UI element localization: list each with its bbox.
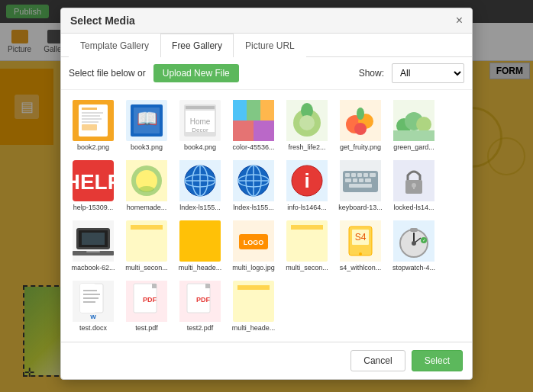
svg-rect-82: [86, 251, 100, 252]
show-label: Show:: [359, 68, 384, 79]
svg-rect-66: [363, 173, 368, 177]
file-thumbnail: PDF: [179, 281, 221, 322]
file-thumbnail: HomeDecor: [179, 100, 221, 141]
svg-rect-69: [353, 178, 357, 182]
file-thumbnail: ✓: [393, 220, 434, 262]
file-thumbnail: S4: [340, 220, 381, 262]
file-item[interactable]: lndex-ls155...: [174, 156, 226, 215]
file-thumbnail: HELP: [73, 160, 114, 201]
file-thumbnail: [286, 220, 328, 262]
svg-text:Home: Home: [190, 117, 211, 126]
select-button[interactable]: Select: [412, 350, 463, 371]
modal-close-button[interactable]: ×: [456, 14, 463, 27]
file-grid-wrapper: book2.png📖book3.pngHomeDecorbook4.pngcol…: [61, 90, 472, 342]
file-item[interactable]: macbook-62...: [67, 217, 119, 275]
file-item[interactable]: multi_heade...: [228, 277, 279, 336]
file-item[interactable]: keyboard-13...: [334, 156, 386, 215]
file-item[interactable]: Wtest.docx: [67, 277, 119, 336]
svg-rect-65: [357, 173, 362, 177]
file-item[interactable]: multi_heade...: [174, 217, 226, 275]
file-item[interactable]: fresh_life2...: [281, 96, 333, 155]
svg-rect-7: [82, 118, 102, 120]
tab-free-gallery[interactable]: Free Gallery: [160, 34, 234, 57]
svg-rect-39: [393, 130, 434, 141]
svg-text:LOGO: LOGO: [244, 239, 264, 246]
file-thumbnail: [286, 100, 328, 141]
file-thumbnail: [233, 160, 274, 201]
file-item[interactable]: lndex-ls155...: [228, 156, 279, 215]
file-name-label: multi_heade...: [179, 264, 222, 272]
file-thumbnail: [233, 281, 274, 322]
modal-toolbar: Select file below or Upload New File Sho…: [61, 57, 472, 90]
svg-rect-107: [83, 290, 97, 291]
show-select[interactable]: All Images Documents: [392, 63, 464, 83]
file-item[interactable]: locked-ls14...: [388, 156, 440, 215]
file-item[interactable]: color-45536...: [228, 96, 279, 155]
file-name-label: stopwatch-4...: [392, 264, 435, 272]
svg-rect-9: [82, 124, 97, 130]
tab-picture-url[interactable]: Picture URL: [234, 34, 306, 57]
svg-rect-68: [345, 178, 351, 182]
select-media-modal: Select Media × Template Gallery Free Gal…: [60, 8, 473, 380]
file-item[interactable]: PDFtest.pdf: [121, 277, 173, 336]
svg-rect-25: [254, 120, 274, 141]
modal-footer: Cancel Select: [61, 342, 472, 379]
svg-point-101: [412, 241, 416, 246]
file-item[interactable]: multi_secon...: [121, 217, 173, 275]
svg-text:Decor: Decor: [192, 127, 208, 133]
file-item[interactable]: ✓stopwatch-4...: [388, 217, 440, 275]
svg-text:PDF: PDF: [143, 296, 157, 304]
svg-point-33: [354, 123, 367, 135]
modal-tabs: Template Gallery Free Gallery Picture UR…: [61, 34, 472, 57]
file-thumbnail: [233, 100, 274, 141]
svg-rect-109: [83, 297, 99, 299]
modal-overlay: Select Media × Template Gallery Free Gal…: [0, 0, 533, 392]
file-name-label: locked-ls14...: [393, 204, 434, 211]
modal-title: Select Media: [70, 14, 135, 27]
file-name-label: get_fruity.png: [340, 143, 381, 151]
svg-point-38: [416, 117, 431, 132]
svg-rect-110: [83, 301, 95, 303]
tab-template-gallery[interactable]: Template Gallery: [69, 34, 160, 57]
svg-text:W: W: [90, 313, 96, 320]
file-thumbnail: 📖: [126, 100, 167, 141]
file-name-label: fresh_life2...: [288, 143, 325, 151]
svg-rect-23: [260, 100, 274, 120]
file-thumbnail: [73, 100, 114, 141]
file-item[interactable]: LOGOmulti_logo.jpg: [228, 217, 279, 275]
file-name-label: multi_heade...: [232, 324, 276, 332]
file-name-label: multi_secon...: [286, 264, 328, 272]
svg-rect-4: [82, 108, 97, 110]
svg-text:HELP: HELP: [73, 170, 114, 194]
file-name-label: s4_withlcon...: [340, 264, 382, 272]
file-item[interactable]: HELPhelp-15309...: [67, 156, 119, 215]
file-name-label: green_gard...: [393, 143, 434, 151]
file-item[interactable]: 📖book3.png: [121, 96, 173, 155]
svg-rect-21: [233, 100, 247, 120]
file-item[interactable]: PDFtest2.pdf: [174, 277, 226, 336]
file-item[interactable]: iinfo-ls1464...: [281, 156, 333, 215]
file-thumbnail: [179, 160, 221, 201]
cancel-button[interactable]: Cancel: [350, 350, 405, 371]
svg-rect-80: [82, 233, 105, 245]
file-item[interactable]: S4s4_withlcon...: [334, 217, 386, 275]
file-item[interactable]: multi_secon...: [281, 217, 333, 275]
upload-new-file-button[interactable]: Upload New File: [153, 64, 239, 82]
svg-point-45: [139, 186, 154, 192]
file-item[interactable]: homemade...: [121, 156, 173, 215]
svg-rect-108: [83, 294, 100, 295]
svg-text:✓: ✓: [422, 238, 426, 243]
file-thumbnail: [340, 100, 381, 141]
file-name-label: color-45536...: [232, 143, 274, 151]
file-thumbnail: i: [286, 160, 328, 201]
file-item[interactable]: green_gard...: [388, 96, 440, 155]
file-item[interactable]: HomeDecorbook4.png: [174, 96, 226, 155]
file-name-label: multi_secon...: [125, 264, 168, 272]
file-name-label: homemade...: [127, 204, 167, 211]
svg-point-29: [299, 115, 315, 130]
svg-text:i: i: [304, 169, 309, 192]
svg-rect-72: [349, 184, 372, 188]
file-item[interactable]: get_fruity.png: [334, 96, 386, 155]
file-name-label: help-15309...: [73, 204, 114, 211]
file-item[interactable]: book2.png: [67, 96, 119, 155]
